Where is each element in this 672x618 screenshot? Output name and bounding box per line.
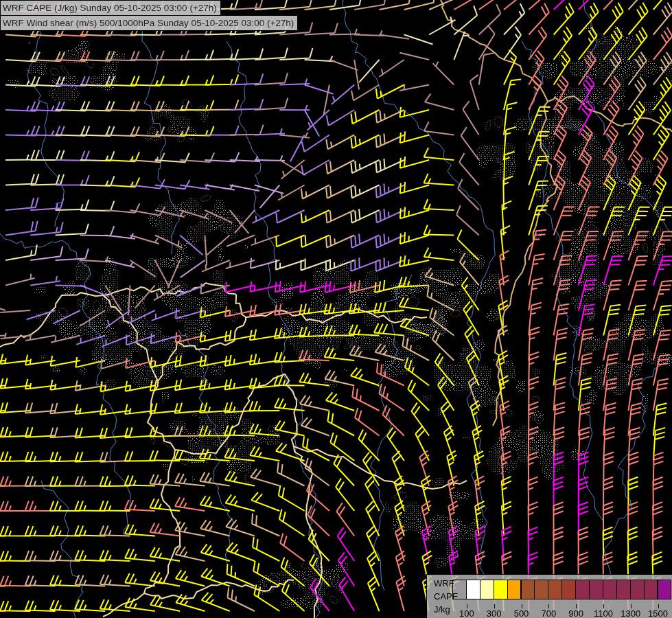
legend-cell — [521, 580, 535, 599]
legend-tick-label: 700 — [541, 608, 556, 618]
legend-cell — [507, 580, 522, 599]
title-line-cape: WRF CAPE (J/kg) Sunday 05-10-2025 03:00 … — [0, 0, 221, 16]
legend-cell — [561, 580, 576, 599]
legend-cell — [644, 580, 658, 599]
cape-legend-panel: WRF CAPE J/kg 10030050070090011001300150… — [426, 574, 672, 618]
legend-cell — [575, 580, 590, 599]
weather-map-stage: WRF CAPE (J/kg) Sunday 05-10-2025 03:00 … — [0, 0, 672, 618]
legend-cell — [616, 580, 631, 599]
legend-cell — [658, 580, 672, 599]
legend-cell — [589, 580, 603, 599]
legend-cell — [548, 580, 562, 599]
legend-cell — [630, 580, 645, 599]
legend-cell — [466, 580, 480, 599]
legend-cell — [534, 580, 548, 599]
title-bar: WRF CAPE (J/kg) Sunday 05-10-2025 03:00 … — [0, 0, 298, 31]
legend-label-unit: J/kg — [434, 603, 458, 616]
legend-tick-label: 900 — [568, 608, 583, 618]
legend-tick-label: 1300 — [621, 608, 640, 618]
legend-tick-label: 1500 — [648, 608, 668, 618]
legend-cell — [452, 580, 467, 599]
legend-cell — [480, 580, 494, 599]
legend-tick-label: 300 — [487, 608, 502, 618]
legend-tick-label: 100 — [459, 608, 474, 618]
weather-map-canvas — [0, 0, 672, 618]
legend-tick-label: 500 — [514, 608, 529, 618]
legend-tick-label: 1100 — [594, 608, 613, 618]
legend-cell — [494, 580, 508, 599]
legend-cell — [603, 580, 617, 599]
title-line-wind-shear: WRF Wind shear (m/s) 500/1000hPa Sunday … — [0, 15, 298, 31]
